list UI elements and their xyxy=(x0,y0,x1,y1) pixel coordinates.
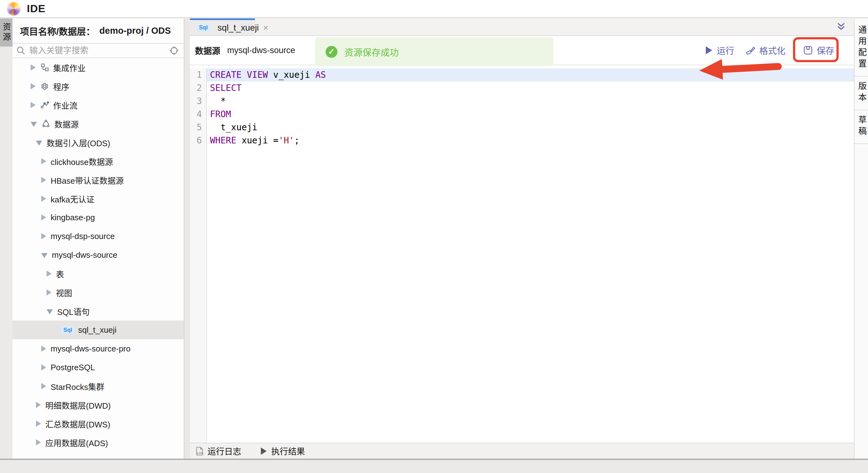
activity-tab-resources[interactable]: 资源 xyxy=(0,19,12,46)
tree-item-表[interactable]: 表 xyxy=(12,264,184,283)
sidebar-tab-通用配置[interactable]: 通用配置 xyxy=(855,20,868,76)
app-title: IDE xyxy=(27,2,45,15)
tree-item-mysql-dws-source-pro[interactable]: mysql-dws-source-pro xyxy=(12,339,184,358)
save-success-toast: ✓ 资源保存成功 xyxy=(315,37,553,66)
tree-collapse-arrow-icon[interactable] xyxy=(41,196,46,202)
code-token-kw: AS xyxy=(315,70,326,80)
code-line-2[interactable]: 2SELECT xyxy=(190,82,854,95)
tree-item-集成作业[interactable]: 集成作业 xyxy=(12,58,184,77)
project-header-value: demo-proj / ODS xyxy=(99,26,171,36)
tree-item-PostgreSQL[interactable]: PostgreSQL xyxy=(12,358,184,377)
tree-item-label: 汇总数据层(DWS) xyxy=(45,418,110,430)
tree-collapse-arrow-icon[interactable] xyxy=(46,271,52,277)
code-token-str: 'H' xyxy=(278,135,294,146)
code-token-kw: CREATE VIEW xyxy=(210,70,268,80)
tree-collapse-arrow-icon[interactable] xyxy=(31,102,36,108)
search-input[interactable] xyxy=(29,46,169,56)
code-line-6[interactable]: 6WHERE xueji ='H'; xyxy=(190,134,854,147)
workspace: 资源 项目名称/数据层： demo-proj / ODS 集成作业程序作业流数据… xyxy=(0,19,868,459)
code-line-text: * xyxy=(207,95,854,108)
save-icon xyxy=(803,45,813,55)
tree-item-程序[interactable]: 程序 xyxy=(12,77,184,96)
code-token-pl: * xyxy=(210,96,226,106)
tree-item-kingbase-pg[interactable]: kingbase-pg xyxy=(12,208,184,227)
tree-item-label: mysql-dws-source-pro xyxy=(51,344,131,354)
search-row xyxy=(12,44,184,58)
collapse-tabs-button[interactable] xyxy=(836,19,854,35)
double-chevron-down-icon xyxy=(836,22,846,32)
tree-collapse-arrow-icon[interactable] xyxy=(41,383,46,389)
tree-item-label: kafka无认证 xyxy=(51,193,94,204)
tree-collapse-arrow-icon[interactable] xyxy=(41,364,46,371)
bottom-tab-label: 执行结果 xyxy=(271,445,305,457)
sidebar-tab-草稿[interactable]: 草稿 xyxy=(855,110,868,144)
tree-item-SQL语句[interactable]: SQL语句 xyxy=(12,302,184,320)
workflow-icon xyxy=(40,100,50,109)
tree-collapse-arrow-icon[interactable] xyxy=(41,233,46,239)
tree-item-HBase带认证数据源[interactable]: HBase带认证数据源 xyxy=(12,170,184,189)
tree-item-clickhouse数据源[interactable]: clickhouse数据源 xyxy=(12,152,184,170)
search-icon xyxy=(16,46,26,55)
tree-item-数据引入层(ODS)[interactable]: 数据引入层(ODS) xyxy=(12,133,184,152)
tree-item-sql_t_xueji[interactable]: Sqlsql_t_xueji xyxy=(12,320,184,339)
tree-expand-arrow-icon[interactable] xyxy=(46,309,53,314)
tree-collapse-arrow-icon[interactable] xyxy=(31,83,36,89)
save-button[interactable]: 保存 xyxy=(797,38,840,62)
page-footer xyxy=(0,460,868,473)
toast-message: 资源保存成功 xyxy=(344,45,399,58)
tree-collapse-arrow-icon[interactable] xyxy=(41,158,46,164)
line-number: 1 xyxy=(190,68,207,82)
tree-collapse-arrow-icon[interactable] xyxy=(36,439,41,445)
sidebar-tab-版本[interactable]: 版本 xyxy=(855,76,868,110)
bottom-panel-bar: LOG运行日志执行结果 xyxy=(190,443,854,459)
tree-item-mysql-dws-source[interactable]: mysql-dws-source xyxy=(12,246,184,264)
svg-text:LOG: LOG xyxy=(197,451,204,454)
bottom-tab-运行日志[interactable]: LOG运行日志 xyxy=(195,445,241,457)
right-sidebar: 通用配置版本草稿 xyxy=(854,19,868,459)
code-token-pl: xueji = xyxy=(236,135,278,146)
code-line-text: WHERE xueji ='H'; xyxy=(207,134,854,147)
tree-collapse-arrow-icon[interactable] xyxy=(41,177,46,183)
annotation-red-arrow xyxy=(698,54,784,84)
tree-item-label: 明细数据层(DWD) xyxy=(45,399,111,411)
code-line-4[interactable]: 4FROM xyxy=(190,108,854,121)
tab-bar-spacer xyxy=(255,19,836,35)
bottom-tab-执行结果[interactable]: 执行结果 xyxy=(260,445,305,457)
tree-item-视图[interactable]: 视图 xyxy=(12,283,184,302)
format-brush-icon xyxy=(746,45,755,55)
tree-item-label: 数据引入层(ODS) xyxy=(46,137,110,148)
tree-item-数据源[interactable]: 数据源 xyxy=(12,114,184,133)
tree-item-明细数据层(DWD)[interactable]: 明细数据层(DWD) xyxy=(12,396,184,414)
tree-expand-arrow-icon[interactable] xyxy=(41,253,48,258)
tree-item-mysql-dsp-source[interactable]: mysql-dsp-source xyxy=(12,227,184,246)
locate-target-icon[interactable] xyxy=(169,46,179,55)
code-token-pl: v_xueji xyxy=(268,70,315,80)
tree-item-label: PostgreSQL xyxy=(51,363,95,372)
tree-item-kafka无认证[interactable]: kafka无认证 xyxy=(12,189,184,208)
tree-item-label: 集成作业 xyxy=(53,62,86,73)
integration-icon xyxy=(40,63,50,72)
tree-collapse-arrow-icon[interactable] xyxy=(46,289,52,295)
tree-collapse-arrow-icon[interactable] xyxy=(41,346,46,352)
code-line-3[interactable]: 3 * xyxy=(190,95,854,108)
tree-item-label: 表 xyxy=(56,268,64,280)
tree-expand-arrow-icon[interactable] xyxy=(31,122,37,127)
tree-item-作业流[interactable]: 作业流 xyxy=(12,96,184,114)
datasource-value[interactable]: mysql-dws-source xyxy=(227,45,295,55)
project-header: 项目名称/数据层： demo-proj / ODS xyxy=(12,19,184,44)
tree-item-应用数据层(ADS)[interactable]: 应用数据层(ADS) xyxy=(12,433,184,452)
tree-collapse-arrow-icon[interactable] xyxy=(36,420,41,427)
run-button[interactable]: 运行 xyxy=(705,44,734,57)
tree-collapse-arrow-icon[interactable] xyxy=(41,214,46,221)
tree-item-汇总数据层(DWS)[interactable]: 汇总数据层(DWS) xyxy=(12,414,184,433)
sql-badge-icon: Sql xyxy=(197,24,210,32)
ide-window: IDE 资源 项目名称/数据层： demo-proj / ODS xyxy=(0,0,868,473)
tree-expand-arrow-icon[interactable] xyxy=(36,140,42,146)
code-editor[interactable]: 1CREATE VIEW v_xueji AS2SELECT3 *4FROM5 … xyxy=(190,65,854,443)
tree-collapse-arrow-icon[interactable] xyxy=(31,64,36,71)
tab-sql-t-xueji[interactable]: Sql sql_t_xueji × xyxy=(190,19,255,35)
tree-item-StarRocks集群[interactable]: StarRocks集群 xyxy=(12,377,184,396)
code-line-5[interactable]: 5 t_xueji xyxy=(190,121,854,134)
tree-item-label: kingbase-pg xyxy=(51,213,95,222)
tree-collapse-arrow-icon[interactable] xyxy=(36,402,41,408)
